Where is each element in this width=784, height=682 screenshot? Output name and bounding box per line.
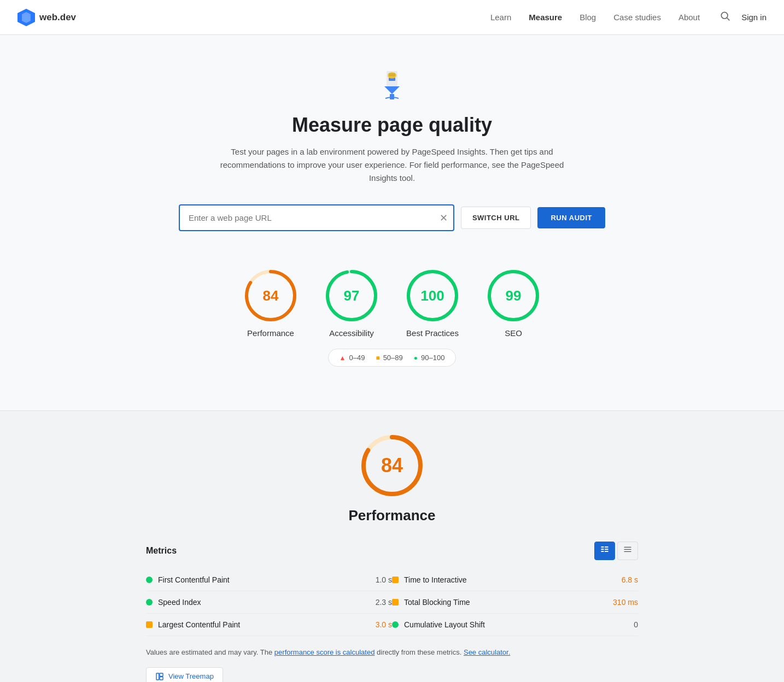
metric-row: First Contentful Paint 1.0 s — [146, 569, 392, 591]
score-circle-3: 99 — [486, 268, 541, 323]
metric-name: Largest Contentful Paint — [158, 620, 370, 629]
nav-link-about[interactable]: About — [678, 13, 700, 22]
lighthouse-icon — [375, 68, 409, 103]
performance-section: 84 Performance Metrics — [0, 411, 784, 682]
metrics-col-right: Time to Interactive 6.8 s Total Blocking… — [392, 569, 638, 636]
nav-link-blog[interactable]: Blog — [580, 13, 596, 22]
list-icon — [623, 545, 632, 554]
metrics-container: Metrics — [146, 542, 638, 682]
metric-dot — [392, 577, 399, 583]
metrics-view-list-button[interactable] — [617, 542, 638, 560]
search-icon — [719, 10, 730, 21]
score-item-best-practices[interactable]: 100 Best Practices — [405, 268, 460, 338]
metrics-header: Metrics — [146, 542, 638, 560]
metric-dot — [392, 621, 399, 628]
metric-row: Total Blocking Time 310 ms — [392, 591, 638, 614]
table-icon — [600, 545, 609, 554]
score-circle-1: 97 — [324, 268, 379, 323]
legend-fail-range: 0–49 — [349, 354, 365, 362]
metric-name: Speed Index — [158, 598, 370, 607]
svg-rect-21 — [601, 549, 604, 550]
metric-row: Cumulative Layout Shift 0 — [392, 614, 638, 636]
legend-good-range: 90–100 — [421, 354, 444, 362]
perf-score-link[interactable]: performance score is calculated — [274, 648, 375, 656]
metric-dot — [146, 577, 153, 583]
calculator-link[interactable]: See calculator. — [464, 648, 510, 656]
logo-icon — [17, 9, 35, 26]
legend-avg-icon: ■ — [376, 354, 379, 362]
score-item-seo[interactable]: 99 SEO — [486, 268, 541, 338]
metric-name: First Contentful Paint — [158, 575, 370, 584]
view-treemap-button[interactable]: View Treemap — [146, 667, 223, 682]
metric-value: 2.3 s — [376, 598, 392, 607]
metric-name: Cumulative Layout Shift — [404, 620, 628, 629]
run-audit-button[interactable]: RUN AUDIT — [537, 207, 605, 228]
perf-score-center: 84 Performance — [11, 433, 773, 524]
switch-url-button[interactable]: SWITCH URL — [461, 207, 531, 229]
metric-dot — [392, 599, 399, 605]
metric-dot — [146, 599, 153, 605]
scores-grid: 84 Performance 97 Accessibility 100 Best… — [22, 268, 762, 338]
legend-item-fail: ▲ 0–49 — [340, 354, 365, 362]
score-item-performance[interactable]: 84 Performance — [243, 268, 298, 338]
signin-button[interactable]: Sign in — [741, 13, 767, 22]
score-label-2: Best Practices — [406, 328, 459, 338]
svg-rect-27 — [624, 551, 631, 552]
navigation: web.dev Learn Measure Blog Case studies … — [0, 0, 784, 35]
score-number-0: 84 — [263, 287, 279, 304]
perf-section-title: Performance — [349, 507, 436, 524]
score-item-accessibility[interactable]: 97 Accessibility — [324, 268, 379, 338]
hero-title: Measure page quality — [11, 114, 773, 137]
metric-name: Total Blocking Time — [404, 598, 607, 607]
svg-point-2 — [721, 12, 728, 19]
metric-row: Speed Index 2.3 s — [146, 591, 392, 614]
metric-value: 1.0 s — [376, 575, 392, 584]
svg-point-8 — [388, 72, 396, 79]
hero-section: Measure page quality Test your pages in … — [0, 35, 784, 410]
svg-rect-25 — [624, 547, 631, 548]
nav-links: Learn Measure Blog Case studies About — [490, 13, 700, 22]
score-label-3: SEO — [505, 328, 522, 338]
metric-value: 0 — [634, 620, 638, 629]
legend-good-icon: ● — [414, 354, 418, 362]
url-input-wrapper: ✕ — [179, 204, 454, 231]
url-input[interactable] — [179, 204, 454, 231]
nav-link-learn[interactable]: Learn — [490, 13, 511, 22]
legend-avg-range: 50–89 — [383, 354, 403, 362]
nav-link-casestudies[interactable]: Case studies — [613, 13, 661, 22]
perf-score-circle: 84 — [359, 433, 425, 498]
logo-link[interactable]: web.dev — [17, 9, 76, 26]
treemap-icon — [155, 672, 164, 681]
svg-rect-23 — [601, 551, 604, 552]
legend-item-good: ● 90–100 — [414, 354, 445, 362]
metrics-title: Metrics — [146, 546, 177, 556]
svg-rect-24 — [605, 551, 609, 552]
metrics-grid: First Contentful Paint 1.0 s Speed Index… — [146, 569, 638, 636]
score-number-3: 99 — [506, 287, 522, 304]
svg-rect-29 — [160, 673, 163, 676]
legend: ▲ 0–49 ■ 50–89 ● 90–100 — [328, 349, 457, 367]
legend-item-average: ■ 50–89 — [376, 354, 402, 362]
svg-rect-28 — [156, 673, 159, 680]
metrics-view-buttons — [594, 542, 638, 560]
metrics-note: Values are estimated and may vary. The p… — [146, 647, 638, 659]
scores-section: 84 Performance 97 Accessibility 100 Best… — [11, 257, 773, 389]
nav-link-measure[interactable]: Measure — [529, 13, 562, 22]
nav-actions: Sign in — [717, 8, 767, 26]
score-label-0: Performance — [247, 328, 294, 338]
url-clear-button[interactable]: ✕ — [440, 213, 448, 223]
svg-rect-22 — [605, 549, 609, 550]
search-button[interactable] — [717, 8, 733, 26]
treemap-label: View Treemap — [168, 672, 214, 680]
score-circle-0: 84 — [243, 268, 298, 323]
metric-dot — [146, 621, 153, 628]
score-circle-2: 100 — [405, 268, 460, 323]
perf-score-number: 84 — [381, 454, 403, 477]
svg-rect-19 — [601, 546, 604, 548]
metrics-view-table-button[interactable] — [594, 542, 615, 560]
metric-name: Time to Interactive — [404, 575, 616, 584]
score-number-1: 97 — [344, 287, 360, 304]
url-bar: ✕ SWITCH URL RUN AUDIT — [179, 204, 605, 231]
svg-rect-26 — [624, 549, 631, 550]
logo-text: web.dev — [39, 12, 76, 23]
